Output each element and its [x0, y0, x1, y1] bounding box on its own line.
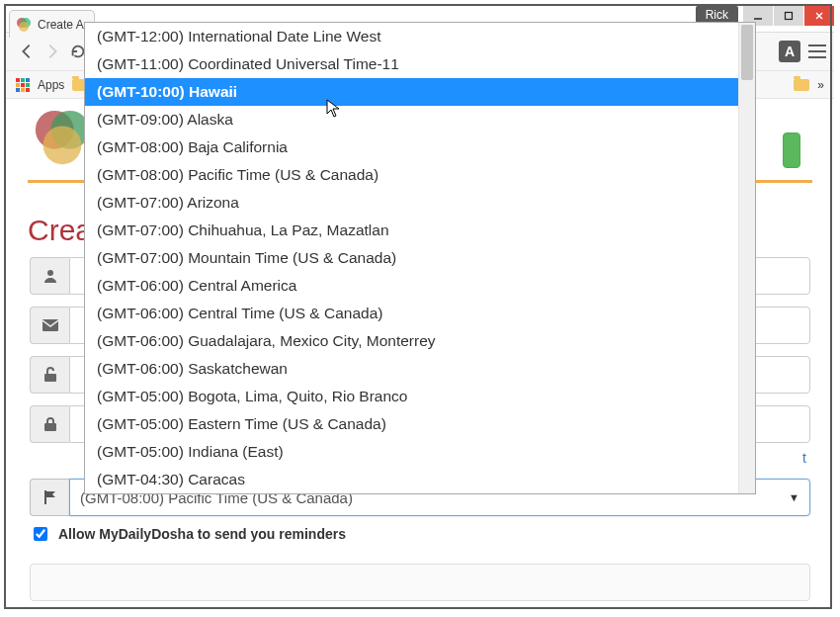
timezone-option[interactable]: (GMT-08:00) Pacific Time (US & Canada): [85, 161, 738, 189]
maximize-button[interactable]: [774, 6, 803, 26]
timezone-option[interactable]: (GMT-06:00) Central Time (US & Canada): [85, 300, 738, 327]
nav-back-button[interactable]: [14, 39, 40, 64]
reminders-checkbox-row[interactable]: Allow MyDailyDosha to send you reminders: [30, 524, 346, 544]
helper-link-edge[interactable]: t: [802, 450, 806, 466]
reminders-checkbox[interactable]: [34, 527, 47, 541]
browser-tab[interactable]: Create A: [9, 10, 95, 38]
timezone-option[interactable]: (GMT-07:00) Arizona: [85, 189, 738, 217]
tab-title: Create A: [38, 18, 84, 32]
timezone-option[interactable]: (GMT-11:00) Coordinated Universal Time-1…: [85, 50, 738, 78]
timezone-option[interactable]: (GMT-10:00) Hawaii: [85, 78, 738, 106]
envelope-icon: [30, 307, 69, 344]
form-footer-panel: [30, 564, 810, 601]
page-title: Crea: [28, 214, 92, 247]
svg-rect-12: [44, 374, 56, 382]
timezone-option[interactable]: (GMT-06:00) Saskatchewan: [85, 355, 738, 383]
user-icon: [30, 257, 69, 295]
reminders-label: Allow MyDailyDosha to send you reminders: [58, 526, 346, 542]
timezone-option[interactable]: (GMT-07:00) Chihuahua, La Paz, Mazatlan: [85, 217, 738, 244]
site-favicon: [16, 17, 32, 33]
timezone-option[interactable]: (GMT-12:00) International Date Line West: [85, 23, 738, 50]
svg-rect-4: [786, 13, 793, 20]
timezone-option[interactable]: (GMT-06:00) Central America: [85, 272, 738, 300]
timezone-option[interactable]: (GMT-04:30) Caracas: [85, 466, 738, 493]
extension-icon[interactable]: A: [779, 41, 800, 62]
svg-point-9: [43, 126, 82, 164]
timezone-option[interactable]: (GMT-05:00) Bogota, Lima, Quito, Rio Bra…: [85, 383, 738, 410]
svg-point-10: [47, 270, 53, 276]
chevron-down-icon: ▼: [789, 491, 799, 503]
timezone-option[interactable]: (GMT-07:00) Mountain Time (US & Canada): [85, 244, 738, 272]
close-button[interactable]: [804, 6, 834, 26]
timezone-option-list: (GMT-12:00) International Date Line West…: [85, 23, 738, 493]
bookmark-folder-icon[interactable]: [794, 79, 809, 91]
browser-menu-icon[interactable]: [808, 44, 826, 58]
timezone-option[interactable]: (GMT-05:00) Eastern Time (US & Canada): [85, 410, 738, 438]
unlock-icon: [30, 356, 69, 394]
dropdown-scrollbar[interactable]: [738, 23, 755, 493]
apps-icon[interactable]: [16, 78, 30, 92]
bookmark-overflow-icon[interactable]: »: [817, 78, 824, 92]
scrollbar-thumb[interactable]: [741, 25, 753, 80]
svg-point-2: [19, 22, 29, 32]
timezone-option[interactable]: (GMT-08:00) Baja California: [85, 133, 738, 161]
apps-label[interactable]: Apps: [38, 78, 64, 92]
primary-button-edge[interactable]: [783, 132, 800, 168]
timezone-option[interactable]: (GMT-06:00) Guadalajara, Mexico City, Mo…: [85, 327, 738, 355]
flag-icon: [30, 479, 69, 516]
svg-rect-11: [42, 319, 58, 331]
svg-rect-13: [44, 423, 56, 431]
timezone-dropdown[interactable]: (GMT-12:00) International Date Line West…: [84, 22, 756, 494]
nav-forward-button[interactable]: [40, 39, 65, 64]
timezone-option[interactable]: (GMT-09:00) Alaska: [85, 106, 738, 133]
lock-icon: [30, 405, 69, 443]
timezone-option[interactable]: (GMT-05:00) Indiana (East): [85, 438, 738, 466]
